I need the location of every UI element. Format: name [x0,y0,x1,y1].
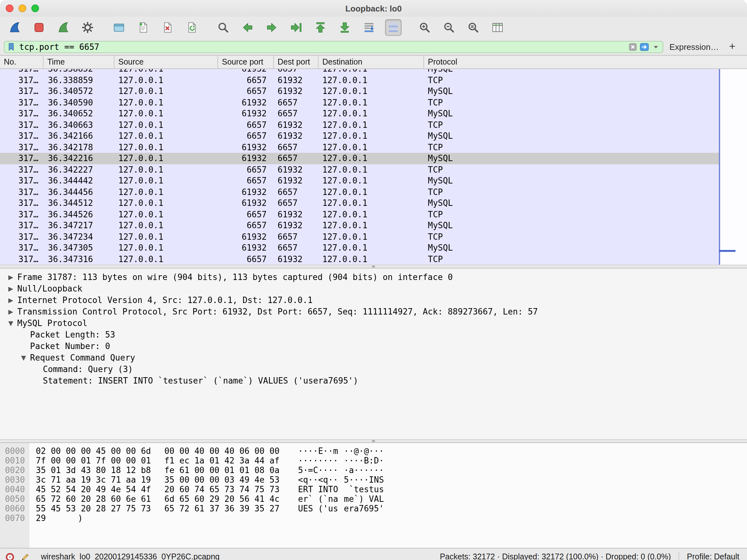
hex-line[interactable]: 002035 01 3d 43 80 18 12 b8fe 61 00 00 0… [0,465,747,475]
auto-scroll-button[interactable] [361,19,377,36]
details-bytes-splitter[interactable] [0,439,747,443]
packet-row[interactable]: 317…36.338859127.0.0.1665761932127.0.0.1… [0,75,747,86]
packet-row[interactable]: 317…36.340652127.0.0.1619326657127.0.0.1… [0,108,747,119]
packet-row[interactable]: 317…36.338852127.0.0.1619326657127.0.0.1… [0,69,747,75]
cell-time: 36.342166 [44,130,114,141]
expression-button[interactable]: Expression… [669,42,719,51]
packet-row[interactable]: 317…36.344442127.0.0.1665761932127.0.0.1… [0,175,747,186]
column-header-dest[interactable]: Destination [318,56,424,69]
go-forward-button[interactable] [263,19,280,36]
reload-file-button[interactable] [184,19,200,36]
packet-row[interactable]: 317…36.342227127.0.0.1665761932127.0.0.1… [0,164,747,175]
list-details-splitter[interactable] [0,265,747,268]
column-header-dport[interactable]: Dest port [274,56,318,69]
hex-offset: 0010 [0,456,29,465]
detail-line[interactable]: Packet Length: 53 [0,329,747,341]
capture-comment-pencil-icon[interactable] [21,552,30,560]
cell-proto: TCP [424,119,747,130]
packet-row[interactable]: 317…36.347217127.0.0.1665761932127.0.0.1… [0,220,747,231]
shark-fin-start-icon [8,21,21,34]
packet-row[interactable]: 317…36.344526127.0.0.1665761932127.0.0.1… [0,209,747,220]
packet-row[interactable]: 317…36.347305127.0.0.1619326657127.0.0.1… [0,242,747,254]
filter-history-chevron-icon[interactable] [651,42,660,51]
close-window-button[interactable] [6,4,14,12]
column-header-sport[interactable]: Source port [218,56,274,69]
packet-row[interactable]: 317…36.342216127.0.0.1619326657127.0.0.1… [0,153,747,164]
bookmark-icon[interactable] [6,42,16,51]
column-header-time[interactable]: Time [44,56,114,69]
expert-info-icon[interactable] [5,552,15,560]
display-filter-field[interactable] [4,41,663,53]
packet-row[interactable]: 317…36.347316127.0.0.1665761932127.0.0.1… [0,254,747,265]
hex-line[interactable]: 006055 45 53 20 28 27 75 7365 72 61 37 3… [0,504,747,513]
capture-options-button[interactable] [79,19,96,36]
go-last-button[interactable] [336,19,353,36]
detail-line[interactable]: ▶Transmission Control Protocol, Src Port… [0,306,747,318]
hex-bytes: 55 45 53 20 28 27 75 73 [36,504,151,513]
capture-start-button[interactable] [6,19,23,36]
hex-bytes: 6d 65 60 29 20 56 41 4c [164,494,280,504]
cell-no: 317… [0,209,44,220]
column-header-no[interactable]: No. [0,56,44,69]
ascii-bytes: <q··<q·· [298,475,338,485]
cell-sport: 6657 [218,75,274,86]
detail-line[interactable]: ▶Internet Protocol Version 4, Src: 127.0… [0,295,747,306]
packet-list-header: No.TimeSourceSource portDest portDestina… [0,56,747,69]
detail-line[interactable]: ▼Request Command Query [0,352,747,364]
hex-line[interactable]: 00303c 71 aa 19 3c 71 aa 1935 00 00 00 0… [0,475,747,485]
resize-columns-button[interactable] [489,19,506,36]
packet-row[interactable]: 317…36.342166127.0.0.1665761932127.0.0.1… [0,130,747,141]
detail-line[interactable]: ▶Frame 31787: 113 bytes on wire (904 bit… [0,272,747,283]
open-file-button[interactable] [111,19,127,36]
hex-line[interactable]: 005065 72 60 20 28 60 6e 616d 65 60 29 2… [0,494,747,504]
packet-row[interactable]: 317…36.342178127.0.0.1619326657127.0.0.1… [0,141,747,153]
zoom-window-button[interactable] [31,4,39,12]
column-header-source[interactable]: Source [114,56,218,69]
hex-line[interactable]: 000002 00 00 00 45 00 00 6d00 00 40 00 4… [0,446,747,456]
packet-row[interactable]: 317…36.340663127.0.0.1665761932127.0.0.1… [0,119,747,130]
filter-input[interactable] [18,41,626,52]
packet-row[interactable]: 317…36.344456127.0.0.1619326657127.0.0.1… [0,186,747,197]
cell-time: 36.342216 [44,153,114,164]
packet-row[interactable]: 317…36.347234127.0.0.1619326657127.0.0.1… [0,231,747,242]
capture-restart-button[interactable] [55,19,72,36]
colorize-packets-button[interactable] [385,19,402,36]
go-to-packet-button[interactable] [288,19,304,36]
minimize-window-button[interactable] [19,4,26,12]
cell-source: 127.0.0.1 [114,242,218,254]
apply-filter-icon[interactable] [639,42,649,51]
zoom-reset-button[interactable] [465,19,482,36]
go-first-button[interactable] [312,19,329,36]
clear-filter-icon[interactable] [628,42,637,51]
packet-list: 317…36.338852127.0.0.1619326657127.0.0.1… [0,69,747,265]
packet-list-scrollbar[interactable] [719,69,747,265]
packet-row[interactable]: 317…36.344512127.0.0.1619326657127.0.0.1… [0,197,747,209]
capture-stop-button[interactable] [31,19,47,36]
hex-bytes: 7f 00 00 01 7f 00 00 01 [36,456,151,465]
ascii-bytes: ·a······ [344,465,384,475]
detail-line[interactable]: ▶Null/Loopback [0,283,747,295]
detail-line[interactable]: Command: Query (3) [0,364,747,375]
profile-selector[interactable]: Profile: Default [687,552,739,560]
cell-dest: 127.0.0.1 [318,141,424,153]
add-filter-button[interactable]: + [726,41,738,52]
save-file-button[interactable] [135,19,152,36]
scrollbar-position-indicator[interactable] [719,250,736,252]
detail-line[interactable]: Statement: INSERT INTO `testuser` (`name… [0,375,747,387]
cell-proto: TCP [424,209,747,220]
hex-line[interactable]: 007029) [0,513,747,523]
hex-bytes: 35 00 00 00 03 49 4e 53 [164,475,280,485]
find-packet-button[interactable] [215,19,232,36]
column-header-proto[interactable]: Protocol [424,56,747,69]
packet-row[interactable]: 317…36.340572127.0.0.1665761932127.0.0.1… [0,86,747,97]
zoom-out-button[interactable] [441,19,457,36]
hex-line[interactable]: 004045 52 54 20 49 4e 54 4f20 60 74 65 7… [0,485,747,494]
detail-line[interactable]: ▼MySQL Protocol [0,318,747,329]
close-file-button[interactable] [159,19,176,36]
packet-row[interactable]: 317…36.340590127.0.0.1619326657127.0.0.1… [0,97,747,108]
zoom-in-button[interactable] [416,19,433,36]
go-back-button[interactable] [239,19,256,36]
hex-line[interactable]: 00107f 00 00 01 7f 00 00 01f1 ec 1a 01 4… [0,456,747,465]
hex-bytes: f1 ec 1a 01 42 3a 44 af [164,456,280,465]
detail-line[interactable]: Packet Number: 0 [0,341,747,352]
